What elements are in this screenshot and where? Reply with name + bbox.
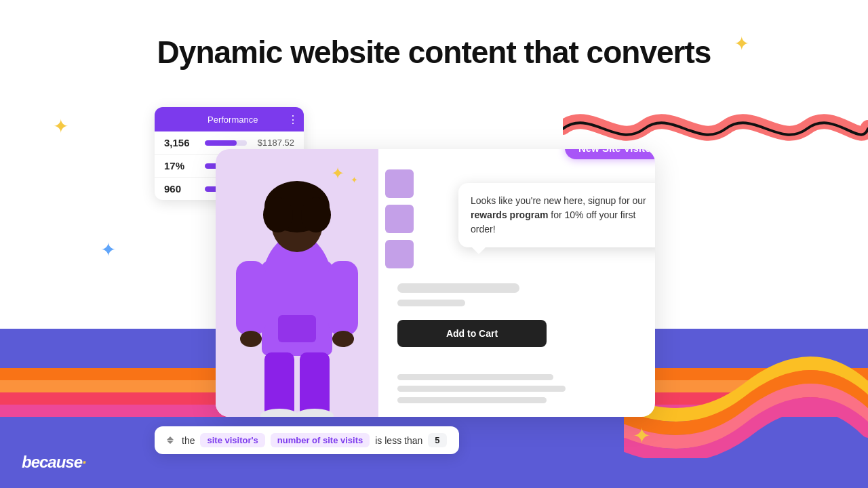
perf-bar-1 [205,140,237,146]
cond-chip-visits[interactable]: number of site visits [271,433,370,447]
popup-text-before: Looks like you're new here, signup for o… [471,195,646,206]
svg-rect-8 [328,261,358,336]
detail-line-1 [397,374,553,380]
svg-point-3 [263,197,293,232]
perf-card-header: Performance ⋮ [155,107,304,131]
because-text: because [22,453,82,471]
rainbow-stripes-right [624,323,868,461]
svg-rect-12 [300,352,330,417]
perf-num-1: 3,156 [164,137,205,148]
svg-point-4 [301,197,331,232]
because-dot: · [82,453,86,471]
nsv-badge: New Site Visitor [565,149,655,159]
svg-point-10 [332,331,354,347]
detail-line-2 [397,386,566,392]
perf-num-3: 960 [164,183,205,195]
product-person-svg [229,173,365,417]
perf-dots-menu[interactable]: ⋮ [288,113,298,126]
sparkle-icon-top-right: ✦ [734,33,749,55]
popup-bubble: Looks like you're new here, signup for o… [458,183,655,247]
svg-rect-11 [264,352,294,417]
cond-chip-visitor[interactable]: site visitor's [200,433,264,447]
sparkle-icon-blue: ✦ [100,239,116,261]
add-to-cart-button[interactable]: Add to Cart [397,320,547,347]
detail-lines [397,374,636,403]
arrow-up-icon[interactable] [167,436,174,440]
product-sub-bar [397,300,465,306]
because-logo: because· [22,453,86,472]
popup-bold-text: rewards program [471,209,548,220]
cond-the: the [182,435,195,446]
arrow-down-icon[interactable] [167,441,174,444]
sparkle-icon-left: ✦ [53,115,68,138]
sparkle-icon-gold-bottom: ✦ [633,423,651,449]
svg-point-9 [240,331,262,347]
perf-bar-wrap-1 [205,140,247,146]
sparkle-product-2: ✦ [351,175,358,185]
svg-rect-7 [236,261,266,336]
condition-bar: the site visitor's number of site visits… [155,426,459,454]
product-card: ✦ ✦ [216,149,655,417]
cond-value[interactable]: 5 [428,433,446,447]
perf-num-2: 17% [164,160,205,171]
product-name-placeholder [397,283,636,293]
perf-header-label: Performance [208,115,258,125]
detail-line-3 [397,397,547,403]
product-name-bar [397,283,519,293]
sparkle-product-1: ✦ [331,164,344,183]
product-details: New Site Visitor Looks like you're new h… [378,149,655,417]
cond-is-less-than: is less than [375,435,422,446]
svg-rect-6 [278,315,316,342]
product-image-area: ✦ ✦ [216,149,378,417]
perf-val-1: $1187.52 [254,138,294,148]
condition-arrows[interactable] [167,436,174,444]
